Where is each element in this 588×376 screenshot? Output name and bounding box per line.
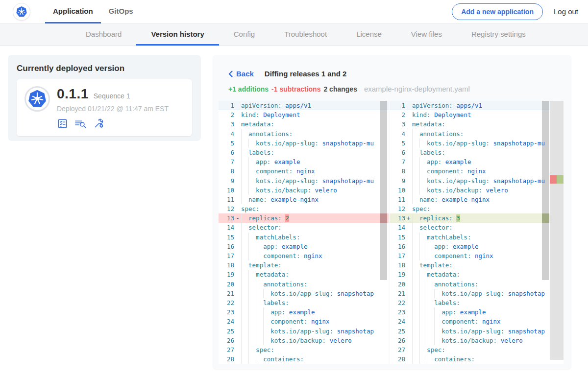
back-link[interactable]: Back	[228, 70, 254, 78]
subnav-item-version-history[interactable]: Version history	[136, 24, 219, 46]
ruler-added-mark	[557, 175, 564, 184]
code-line: 11 name: example-nginx	[390, 195, 550, 204]
view-logs-icon[interactable]	[74, 118, 87, 129]
code-line: 3metadata:	[390, 119, 550, 129]
code-line: 11 name: example-nginx	[219, 195, 389, 204]
code-line: 6 labels:	[219, 148, 389, 157]
code-line: 10 kots.io/backup: velero	[390, 186, 550, 195]
code-line: 28 containers:	[390, 354, 550, 364]
diff-title: Diffing releases 1 and 2	[265, 70, 347, 78]
code-line: 14 selector:	[219, 223, 389, 232]
kubernetes-logo-icon	[13, 3, 30, 21]
code-line: 14 selector:	[390, 223, 550, 232]
code-line: 24 component: nginx	[390, 317, 550, 326]
chevron-left-icon	[228, 70, 233, 77]
code-line: 18 template:	[219, 260, 389, 270]
changes-count: 2 changes	[323, 85, 357, 93]
top-bar: ApplicationGitOps Add a new application …	[0, 0, 588, 24]
code-line: 15 matchLabels:	[390, 233, 550, 242]
subnav-item-license[interactable]: License	[342, 24, 396, 46]
subnav-item-troubleshoot[interactable]: Troubleshoot	[270, 24, 342, 46]
code-line: 17 component: nginx	[219, 251, 389, 260]
code-line: 8 component: nginx	[219, 166, 389, 176]
code-line: 1apiVersion: apps/v1	[219, 101, 389, 110]
code-line: 7 app: example	[219, 157, 389, 166]
code-line: 15 matchLabels:	[219, 233, 389, 242]
code-line: 21 kots.io/app-slug: snapshotap	[219, 289, 389, 298]
subnav-item-dashboard[interactable]: Dashboard	[71, 24, 136, 46]
top-tabs: ApplicationGitOps	[45, 0, 141, 24]
code-line: 2kind: Deployment	[390, 110, 550, 119]
app-subnav: DashboardVersion historyConfigTroublesho…	[0, 24, 588, 46]
code-line: 20 annotations:	[219, 280, 389, 289]
code-line: 17 component: nginx	[390, 251, 550, 260]
diff-stats: +1 additions -1 subtractions 2 changes e…	[228, 85, 571, 93]
diff-card: Back Diffing releases 1 and 2 +1 additio…	[213, 55, 571, 369]
add-application-button[interactable]: Add a new application	[452, 3, 543, 20]
code-line: 9 kots.io/app-slug: snapshotapp-mu	[390, 176, 550, 186]
code-line: 12spec:	[219, 204, 389, 213]
deployed-version-tile: 0.1.1 Sequence 1 Deployed 01/21/22 @ 11:…	[17, 79, 192, 136]
code-line: 23 app: example	[390, 307, 550, 317]
modified-code-rows: 1apiVersion: apps/v12kind: Deployment3me…	[390, 101, 550, 364]
ruler-removed-mark	[550, 175, 557, 184]
code-line: 12spec:	[390, 204, 550, 213]
code-line: 20 annotations:	[390, 280, 550, 289]
code-line: 18 template:	[390, 260, 550, 270]
subnav-item-config[interactable]: Config	[219, 24, 270, 46]
code-line: 6 labels:	[390, 148, 550, 157]
code-line: 1apiVersion: apps/v1	[390, 101, 550, 110]
original-code-rows: 1apiVersion: apps/v12kind: Deployment3me…	[219, 101, 389, 364]
code-line: 26 kots.io/backup: velero	[219, 336, 389, 345]
code-line: 25 kots.io/app-slug: snapshotap	[219, 327, 389, 336]
original-scrollbar[interactable]	[380, 101, 387, 280]
deployed-timestamp: Deployed 01/21/22 @ 11:47 am EST	[57, 105, 169, 113]
app-kubernetes-logo-icon	[24, 86, 50, 112]
main-content: Currently deployed version	[0, 46, 588, 376]
config-icon[interactable]	[93, 118, 105, 129]
code-line: 13- replicas: 2	[219, 213, 389, 223]
code-line: 5 kots.io/app-slug: snapshotapp-mu	[219, 139, 389, 148]
code-line: 16 app: example	[219, 242, 389, 251]
code-line: 4 annotations:	[390, 129, 550, 139]
code-line: 3metadata:	[219, 119, 389, 129]
code-line: 24 component: nginx	[219, 317, 389, 326]
code-line: 21 kots.io/app-slug: snapshotap	[390, 289, 550, 298]
code-line: 13+ replicas: 3	[390, 213, 550, 223]
diff-overview-ruler[interactable]	[550, 101, 564, 360]
code-line: 16 app: example	[390, 242, 550, 251]
code-line: 8 component: nginx	[390, 166, 550, 176]
currently-deployed-card: Currently deployed version	[8, 55, 201, 141]
modified-scrollbar[interactable]	[542, 101, 549, 280]
code-line: 22 labels:	[219, 298, 389, 307]
subtractions-count: -1 subtractions	[271, 85, 320, 93]
diff-pane-modified[interactable]: 1apiVersion: apps/v12kind: Deployment3me…	[390, 101, 564, 364]
code-line: 2kind: Deployment	[219, 110, 389, 119]
subnav-item-registry-settings[interactable]: Registry settings	[457, 24, 540, 46]
code-line: 4 annotations:	[219, 129, 389, 139]
logout-link[interactable]: Log out	[554, 7, 578, 16]
version-number: 0.1.1	[57, 86, 89, 102]
code-line: 19 metadata:	[219, 270, 389, 279]
diff-pane-original[interactable]: 1apiVersion: apps/v12kind: Deployment3me…	[219, 101, 389, 364]
code-line: 23 app: example	[219, 307, 389, 317]
top-tab-gitops[interactable]: GitOps	[101, 0, 141, 24]
additions-count: +1 additions	[228, 85, 269, 93]
code-line: 22 labels:	[390, 298, 550, 307]
diff-filename: example-nginx-deployment.yaml	[364, 85, 470, 93]
code-line: 26 kots.io/backup: velero	[390, 336, 550, 345]
code-line: 25 kots.io/app-slug: snapshotap	[390, 327, 550, 336]
sequence-label: Sequence 1	[94, 92, 130, 100]
code-line: 19 metadata:	[390, 270, 550, 279]
top-tab-application[interactable]: Application	[45, 0, 101, 24]
subnav-item-view-files[interactable]: View files	[396, 24, 457, 46]
code-line: 9 kots.io/app-slug: snapshotapp-mu	[219, 176, 389, 186]
code-line: 27 spec:	[219, 345, 389, 354]
code-line: 10 kots.io/backup: velero	[219, 186, 389, 195]
preflight-checklist-icon[interactable]	[57, 118, 68, 129]
code-line: 28 containers:	[219, 354, 389, 364]
code-line: 5 kots.io/app-slug: snapshotapp-mu	[390, 139, 550, 148]
deployed-card-title: Currently deployed version	[17, 64, 192, 73]
code-line: 7 app: example	[390, 157, 550, 166]
code-line: 27 spec:	[390, 345, 550, 354]
